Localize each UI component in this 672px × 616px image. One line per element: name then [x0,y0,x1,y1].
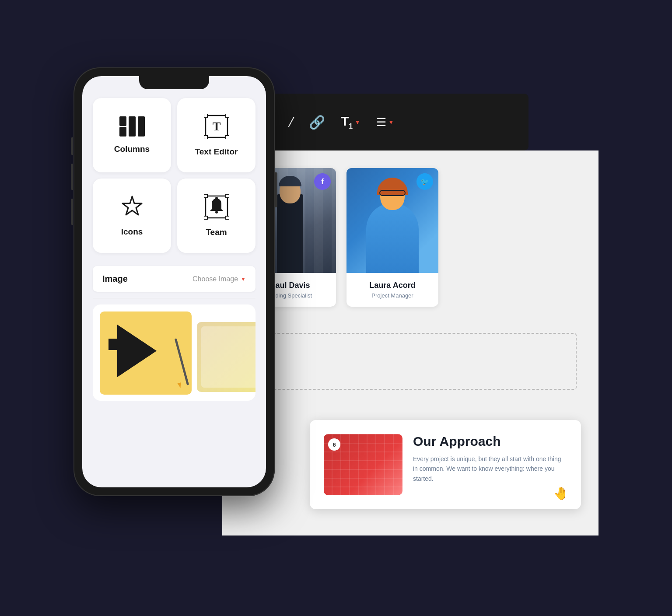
text-size-arrow: ▼ [354,119,360,126]
preview-image-1[interactable] [100,312,192,395]
svg-rect-14 [204,216,207,220]
svg-rect-1 [119,127,126,136]
svg-text:T: T [212,119,220,133]
approach-image-number: 6 [328,438,340,451]
twitter-badge[interactable]: 🐦 [416,173,433,190]
scene: B U / 🔗 T1 ▼ ☰ ▼ [74,67,598,549]
svg-marker-10 [122,196,142,215]
columns-icon [119,116,145,138]
widget-team[interactable]: Team [177,178,256,253]
svg-rect-15 [226,216,229,220]
laura-role: Project Manager [354,292,430,299]
link-button[interactable]: 🔗 [309,115,325,130]
image-preview [93,304,256,401]
choose-image-arrow: ▼ [241,276,246,282]
volume-down-button[interactable] [71,164,73,190]
text-size-dropdown[interactable]: T1 ▼ [341,114,360,130]
image-label: Image [102,274,128,284]
power-button[interactable] [275,172,277,207]
list-dropdown[interactable]: ☰ ▼ [376,116,394,129]
svg-rect-5 [204,114,207,117]
svg-rect-8 [226,136,229,139]
volume-up-button[interactable] [71,137,73,155]
text-editor-label: Text Editor [195,147,238,157]
svg-point-17 [215,197,218,200]
image-section: Image Choose Image ▼ [93,266,256,292]
laura-photo: 🐦 [346,168,438,273]
preview-image-2[interactable] [197,322,256,392]
phone-content: Columns [82,76,266,487]
widget-columns[interactable]: Columns [93,98,171,172]
team-label: Team [206,228,227,237]
svg-rect-3 [138,116,145,136]
team-icon [204,194,229,221]
phone-device: Columns [74,67,292,514]
star-icon [120,195,144,221]
svg-rect-6 [226,114,229,117]
approach-description: Every project is unique, but they all st… [413,454,567,483]
text-editor-icon: T [204,114,229,141]
choose-image-label: Choose Image [192,275,238,283]
silent-button[interactable] [71,199,73,225]
widget-text-editor[interactable]: T Text Editor [177,98,256,172]
svg-rect-13 [226,194,229,198]
phone-notch [139,76,209,89]
icons-label: Icons [121,227,143,237]
svg-rect-0 [119,116,126,126]
facebook-badge[interactable]: f [314,173,331,190]
list-arrow: ▼ [388,119,394,126]
phone-body: Columns [74,67,275,496]
laura-name: Laura Acord [354,281,430,290]
approach-text: Our Approach Every project is unique, bu… [413,434,567,483]
svg-point-16 [215,211,218,214]
hand-icon: 🤚 [553,486,569,500]
svg-rect-2 [129,116,136,136]
approach-card: 6 Our Approach Every project is unique, … [310,420,581,509]
columns-label: Columns [114,144,150,154]
laura-info: Laura Acord Project Manager [346,273,438,307]
team-card-laura: 🐦 Laura Acord Project Manager [346,168,438,307]
selection-area [244,333,577,390]
svg-rect-12 [204,194,207,198]
widget-grid: Columns [93,98,256,253]
approach-title: Our Approach [413,434,567,449]
approach-image: 6 [324,434,402,495]
phone-screen: Columns [82,76,266,487]
image-divider [93,298,256,298]
widget-icons[interactable]: Icons [93,178,171,253]
svg-rect-7 [204,136,207,139]
choose-image-dropdown[interactable]: Choose Image ▼ [192,275,246,283]
